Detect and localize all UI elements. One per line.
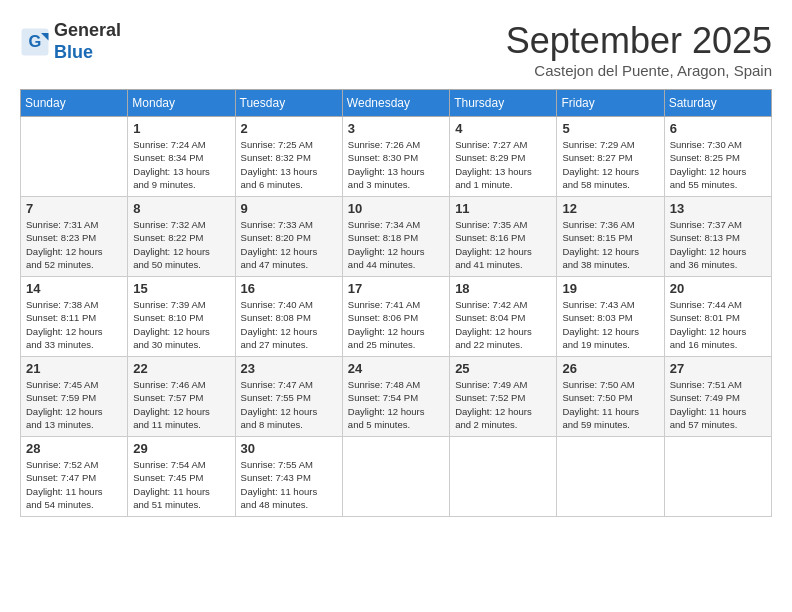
day-number: 18 [455, 281, 551, 296]
day-info: Sunrise: 7:29 AM Sunset: 8:27 PM Dayligh… [562, 138, 658, 191]
day-info: Sunrise: 7:50 AM Sunset: 7:50 PM Dayligh… [562, 378, 658, 431]
svg-text:G: G [29, 31, 42, 49]
calendar-cell: 13Sunrise: 7:37 AM Sunset: 8:13 PM Dayli… [664, 197, 771, 277]
calendar-cell [21, 117, 128, 197]
calendar-cell: 12Sunrise: 7:36 AM Sunset: 8:15 PM Dayli… [557, 197, 664, 277]
calendar-cell: 16Sunrise: 7:40 AM Sunset: 8:08 PM Dayli… [235, 277, 342, 357]
day-info: Sunrise: 7:39 AM Sunset: 8:10 PM Dayligh… [133, 298, 229, 351]
calendar-cell: 21Sunrise: 7:45 AM Sunset: 7:59 PM Dayli… [21, 357, 128, 437]
month-title: September 2025 [506, 20, 772, 62]
calendar-week-row: 14Sunrise: 7:38 AM Sunset: 8:11 PM Dayli… [21, 277, 772, 357]
calendar-cell: 22Sunrise: 7:46 AM Sunset: 7:57 PM Dayli… [128, 357, 235, 437]
day-number: 30 [241, 441, 337, 456]
day-number: 5 [562, 121, 658, 136]
logo: G General Blue [20, 20, 121, 63]
day-number: 27 [670, 361, 766, 376]
calendar-cell: 24Sunrise: 7:48 AM Sunset: 7:54 PM Dayli… [342, 357, 449, 437]
day-number: 13 [670, 201, 766, 216]
calendar-week-row: 1Sunrise: 7:24 AM Sunset: 8:34 PM Daylig… [21, 117, 772, 197]
logo-icon: G [20, 27, 50, 57]
day-info: Sunrise: 7:46 AM Sunset: 7:57 PM Dayligh… [133, 378, 229, 431]
column-header-monday: Monday [128, 90, 235, 117]
day-info: Sunrise: 7:32 AM Sunset: 8:22 PM Dayligh… [133, 218, 229, 271]
day-info: Sunrise: 7:49 AM Sunset: 7:52 PM Dayligh… [455, 378, 551, 431]
calendar-cell: 28Sunrise: 7:52 AM Sunset: 7:47 PM Dayli… [21, 437, 128, 517]
calendar-week-row: 28Sunrise: 7:52 AM Sunset: 7:47 PM Dayli… [21, 437, 772, 517]
calendar-cell: 25Sunrise: 7:49 AM Sunset: 7:52 PM Dayli… [450, 357, 557, 437]
day-info: Sunrise: 7:43 AM Sunset: 8:03 PM Dayligh… [562, 298, 658, 351]
day-info: Sunrise: 7:31 AM Sunset: 8:23 PM Dayligh… [26, 218, 122, 271]
calendar-cell: 2Sunrise: 7:25 AM Sunset: 8:32 PM Daylig… [235, 117, 342, 197]
day-info: Sunrise: 7:42 AM Sunset: 8:04 PM Dayligh… [455, 298, 551, 351]
header: G General Blue September 2025 Castejon d… [20, 20, 772, 79]
calendar-cell: 7Sunrise: 7:31 AM Sunset: 8:23 PM Daylig… [21, 197, 128, 277]
day-number: 17 [348, 281, 444, 296]
day-info: Sunrise: 7:41 AM Sunset: 8:06 PM Dayligh… [348, 298, 444, 351]
day-info: Sunrise: 7:40 AM Sunset: 8:08 PM Dayligh… [241, 298, 337, 351]
day-number: 10 [348, 201, 444, 216]
logo-general: General [54, 20, 121, 40]
calendar-cell [342, 437, 449, 517]
day-info: Sunrise: 7:26 AM Sunset: 8:30 PM Dayligh… [348, 138, 444, 191]
calendar-header-row: SundayMondayTuesdayWednesdayThursdayFrid… [21, 90, 772, 117]
column-header-friday: Friday [557, 90, 664, 117]
day-number: 26 [562, 361, 658, 376]
day-number: 9 [241, 201, 337, 216]
day-number: 3 [348, 121, 444, 136]
day-info: Sunrise: 7:36 AM Sunset: 8:15 PM Dayligh… [562, 218, 658, 271]
column-header-thursday: Thursday [450, 90, 557, 117]
calendar-cell: 6Sunrise: 7:30 AM Sunset: 8:25 PM Daylig… [664, 117, 771, 197]
day-info: Sunrise: 7:47 AM Sunset: 7:55 PM Dayligh… [241, 378, 337, 431]
day-number: 14 [26, 281, 122, 296]
day-number: 21 [26, 361, 122, 376]
day-info: Sunrise: 7:44 AM Sunset: 8:01 PM Dayligh… [670, 298, 766, 351]
day-number: 2 [241, 121, 337, 136]
day-number: 24 [348, 361, 444, 376]
day-info: Sunrise: 7:52 AM Sunset: 7:47 PM Dayligh… [26, 458, 122, 511]
day-number: 6 [670, 121, 766, 136]
calendar-cell [664, 437, 771, 517]
column-header-saturday: Saturday [664, 90, 771, 117]
day-number: 20 [670, 281, 766, 296]
logo-blue: Blue [54, 42, 93, 62]
column-header-sunday: Sunday [21, 90, 128, 117]
calendar-table: SundayMondayTuesdayWednesdayThursdayFrid… [20, 89, 772, 517]
calendar-cell: 15Sunrise: 7:39 AM Sunset: 8:10 PM Dayli… [128, 277, 235, 357]
calendar-week-row: 21Sunrise: 7:45 AM Sunset: 7:59 PM Dayli… [21, 357, 772, 437]
day-number: 8 [133, 201, 229, 216]
day-number: 19 [562, 281, 658, 296]
calendar-cell: 19Sunrise: 7:43 AM Sunset: 8:03 PM Dayli… [557, 277, 664, 357]
calendar-cell: 30Sunrise: 7:55 AM Sunset: 7:43 PM Dayli… [235, 437, 342, 517]
day-info: Sunrise: 7:48 AM Sunset: 7:54 PM Dayligh… [348, 378, 444, 431]
calendar-cell: 1Sunrise: 7:24 AM Sunset: 8:34 PM Daylig… [128, 117, 235, 197]
calendar-cell: 20Sunrise: 7:44 AM Sunset: 8:01 PM Dayli… [664, 277, 771, 357]
calendar-cell: 29Sunrise: 7:54 AM Sunset: 7:45 PM Dayli… [128, 437, 235, 517]
day-info: Sunrise: 7:37 AM Sunset: 8:13 PM Dayligh… [670, 218, 766, 271]
column-header-tuesday: Tuesday [235, 90, 342, 117]
calendar-week-row: 7Sunrise: 7:31 AM Sunset: 8:23 PM Daylig… [21, 197, 772, 277]
calendar-cell [557, 437, 664, 517]
day-info: Sunrise: 7:33 AM Sunset: 8:20 PM Dayligh… [241, 218, 337, 271]
day-info: Sunrise: 7:38 AM Sunset: 8:11 PM Dayligh… [26, 298, 122, 351]
calendar-cell: 11Sunrise: 7:35 AM Sunset: 8:16 PM Dayli… [450, 197, 557, 277]
calendar-cell: 14Sunrise: 7:38 AM Sunset: 8:11 PM Dayli… [21, 277, 128, 357]
calendar-cell: 23Sunrise: 7:47 AM Sunset: 7:55 PM Dayli… [235, 357, 342, 437]
day-number: 4 [455, 121, 551, 136]
calendar-cell: 4Sunrise: 7:27 AM Sunset: 8:29 PM Daylig… [450, 117, 557, 197]
day-info: Sunrise: 7:25 AM Sunset: 8:32 PM Dayligh… [241, 138, 337, 191]
day-info: Sunrise: 7:45 AM Sunset: 7:59 PM Dayligh… [26, 378, 122, 431]
day-number: 25 [455, 361, 551, 376]
calendar-cell: 26Sunrise: 7:50 AM Sunset: 7:50 PM Dayli… [557, 357, 664, 437]
location-subtitle: Castejon del Puente, Aragon, Spain [506, 62, 772, 79]
calendar-cell: 18Sunrise: 7:42 AM Sunset: 8:04 PM Dayli… [450, 277, 557, 357]
day-number: 23 [241, 361, 337, 376]
calendar-cell: 10Sunrise: 7:34 AM Sunset: 8:18 PM Dayli… [342, 197, 449, 277]
calendar-cell: 17Sunrise: 7:41 AM Sunset: 8:06 PM Dayli… [342, 277, 449, 357]
day-number: 29 [133, 441, 229, 456]
day-number: 7 [26, 201, 122, 216]
day-info: Sunrise: 7:30 AM Sunset: 8:25 PM Dayligh… [670, 138, 766, 191]
day-info: Sunrise: 7:51 AM Sunset: 7:49 PM Dayligh… [670, 378, 766, 431]
day-number: 28 [26, 441, 122, 456]
day-info: Sunrise: 7:55 AM Sunset: 7:43 PM Dayligh… [241, 458, 337, 511]
day-info: Sunrise: 7:34 AM Sunset: 8:18 PM Dayligh… [348, 218, 444, 271]
